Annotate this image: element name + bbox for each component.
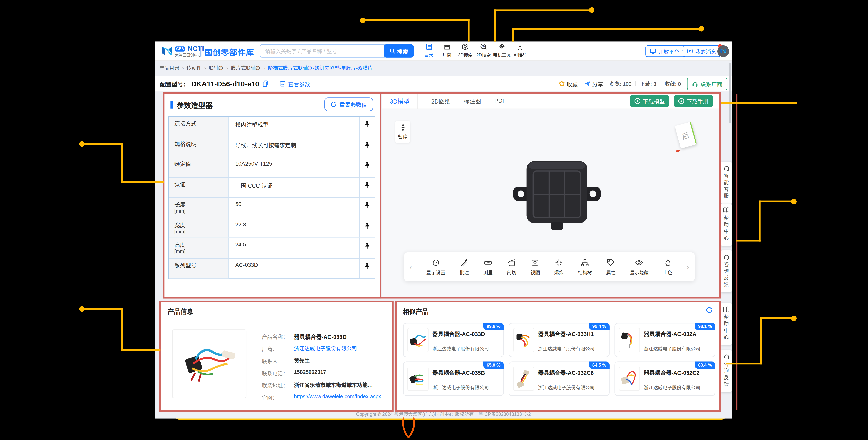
product-photo[interactable] bbox=[172, 329, 247, 398]
param-value[interactable]: AC-033D bbox=[229, 258, 359, 278]
tool-section-cut[interactable]: 剖切 bbox=[507, 259, 516, 275]
product-name-value: 器具耦合器-AC-033D bbox=[294, 332, 346, 341]
tab-pdf[interactable]: PDF bbox=[494, 97, 506, 104]
similar-product-name: 器具耦合器-AC-032C6 bbox=[538, 368, 594, 377]
svg-text:2D: 2D bbox=[482, 45, 485, 48]
breadcrumb-item[interactable]: 联轴器 bbox=[209, 64, 224, 71]
nav-item-ai-recommend[interactable]: A AI推荐 bbox=[511, 43, 529, 58]
side-button-feedback-2[interactable]: 咨询反馈 bbox=[721, 350, 732, 392]
field-label: 官网： bbox=[262, 394, 278, 402]
side-button-smart-service[interactable]: 智能客服 bbox=[721, 162, 732, 204]
tool-annotate[interactable]: 批注 bbox=[460, 259, 469, 275]
download-manual-button[interactable]: 下载手册 bbox=[674, 95, 713, 107]
tool-display-settings[interactable]: 显示设置 bbox=[427, 259, 445, 275]
param-value[interactable]: 50 bbox=[229, 198, 359, 217]
headset-icon bbox=[723, 353, 730, 359]
favorite-button[interactable]: 收藏 bbox=[558, 80, 578, 88]
similar-product-name: 器具耦合器-AC-035B bbox=[432, 368, 485, 377]
tool-colorize[interactable]: 上色 bbox=[663, 259, 672, 275]
search-input[interactable] bbox=[265, 45, 376, 57]
nav-item-3d-search[interactable]: 3D搜索 bbox=[456, 43, 474, 58]
tab-annotated-drawing[interactable]: 标注图 bbox=[464, 97, 481, 105]
download-model-button[interactable]: 下载模型 bbox=[630, 95, 669, 107]
share-button[interactable]: 分享 bbox=[584, 80, 603, 88]
search-icon bbox=[390, 48, 395, 54]
pin-icon[interactable] bbox=[359, 157, 375, 177]
toolbar-prev-icon[interactable]: ‹ bbox=[410, 262, 412, 271]
similar-product-card[interactable]: 64.5 % 器具耦合器-AC-032C6 浙江达威电子股份有限公司 bbox=[509, 362, 610, 396]
headset-icon bbox=[692, 81, 698, 87]
config-model-code: DKA11-D56-d10-e10 bbox=[191, 80, 259, 88]
pin-icon[interactable] bbox=[359, 117, 375, 137]
structure-tree-icon bbox=[581, 259, 589, 267]
similar-product-card[interactable]: 98.1 % 器具耦合器-AC-032A 浙江达威电子股份有限公司 bbox=[614, 323, 715, 357]
tool-show-hide[interactable]: 显示隐藏 bbox=[630, 259, 649, 275]
website-link[interactable]: https://www.daweiele.com/index.aspx bbox=[294, 393, 381, 399]
pin-icon[interactable] bbox=[359, 258, 375, 278]
pin-icon[interactable] bbox=[359, 238, 375, 258]
nav-item-catalog[interactable]: 目录 bbox=[420, 43, 438, 58]
toolbar-next-icon[interactable]: › bbox=[687, 262, 689, 271]
param-row: 规格说明导线、线长可按需求定制 bbox=[169, 137, 375, 157]
pin-icon[interactable] bbox=[359, 137, 375, 157]
param-value[interactable]: 22.3 bbox=[229, 218, 359, 238]
param-value[interactable]: 模内注塑成型 bbox=[229, 117, 359, 137]
viewcube-rear-face[interactable]: 后 bbox=[675, 122, 697, 149]
similar-product-card[interactable]: 63.4 % 器具耦合器-AC-032C2 浙江达威电子股份有限公司 bbox=[614, 362, 715, 396]
nav-item-motor[interactable]: 电机工况 bbox=[493, 43, 511, 58]
footer-copyright: Copyright © 2024 粤港澳大湾区(广东)国创中心 版权所有 粤IC… bbox=[155, 409, 732, 419]
pin-icon[interactable] bbox=[359, 177, 375, 197]
my-messages-button[interactable]: 我的消息 bbox=[683, 46, 721, 57]
pin-icon[interactable] bbox=[359, 198, 375, 217]
param-value[interactable]: 10A250V-T125 bbox=[229, 157, 359, 177]
viewer-canvas[interactable]: 暂停 后 bbox=[382, 109, 720, 297]
user-avatar[interactable] bbox=[717, 46, 729, 57]
pin-icon[interactable] bbox=[359, 218, 375, 238]
nav-item-2d-search[interactable]: 2D 2D搜索 bbox=[474, 43, 493, 58]
pause-control[interactable]: 暂停 bbox=[395, 121, 410, 143]
motor-icon bbox=[498, 43, 505, 50]
search-button[interactable]: 搜索 bbox=[384, 44, 413, 57]
param-value[interactable]: 导线、线长可按需求定制 bbox=[229, 137, 359, 157]
similar-product-card[interactable]: 99.6 % 器具耦合器-AC-033D 浙江达威电子股份有限公司 bbox=[403, 323, 504, 357]
tab-3d-model[interactable]: 3D模型 bbox=[390, 96, 410, 105]
reset-params-button[interactable]: 重置参数值 bbox=[324, 97, 373, 111]
param-row: 宽度[mm]22.3 bbox=[169, 218, 375, 238]
refresh-similar-icon[interactable] bbox=[706, 307, 713, 313]
tool-measure[interactable]: 测量 bbox=[483, 259, 492, 275]
match-badge: 63.4 % bbox=[695, 362, 715, 369]
param-value[interactable]: 中国 CCC 认证 bbox=[229, 177, 359, 197]
viewer-toolbar: ‹ 显示设置 批注 测量 剖切 视图 爆炸 结构树 属性 显示隐藏 上色 › bbox=[404, 253, 695, 281]
tool-explode[interactable]: 爆炸 bbox=[554, 259, 563, 275]
side-button-feedback[interactable]: 咨询反馈 bbox=[721, 250, 732, 292]
side-button-help-center[interactable]: 帮助中心 bbox=[721, 204, 732, 246]
breadcrumb-current[interactable]: 阶梯式膜片式联轴器-螺钉夹紧型-单膜片-双膜片 bbox=[268, 64, 373, 71]
model-3d-render[interactable] bbox=[512, 158, 602, 235]
breadcrumb-item[interactable]: 膜片式联轴器 bbox=[231, 64, 261, 71]
breadcrumb-item[interactable]: 产品目录 bbox=[159, 64, 179, 71]
contact-vendor-button[interactable]: 联系厂商 bbox=[687, 77, 727, 90]
parameter-panel: 参数造型器 重置参数值 连接方式模内注塑成型 规格说明导线、线长可按需求定制 额… bbox=[164, 93, 380, 297]
tab-2d-drawing[interactable]: 2D图纸 bbox=[431, 97, 451, 105]
nav-item-vendors[interactable]: 厂商 bbox=[438, 43, 456, 58]
tool-views[interactable]: 视图 bbox=[531, 259, 540, 275]
side-button-help-center-2[interactable]: 帮助中心 bbox=[721, 303, 732, 345]
param-value[interactable]: 24.5 bbox=[229, 238, 359, 258]
ncti-logo-icon[interactable] bbox=[160, 45, 173, 58]
vendor-link[interactable]: 浙江达威电子股份有限公司 bbox=[294, 344, 357, 352]
breadcrumb-item[interactable]: 传动件 bbox=[186, 64, 202, 71]
show-hide-icon bbox=[635, 259, 643, 267]
catalog-icon bbox=[425, 43, 432, 50]
view-params-link[interactable]: 查看参数 bbox=[280, 80, 310, 88]
param-label: 宽度 bbox=[174, 222, 185, 228]
scrollbar[interactable] bbox=[729, 62, 731, 123]
similar-product-card[interactable]: 65.0 % 器具耦合器-AC-035B 浙江达威电子股份有限公司 bbox=[403, 362, 504, 396]
similar-product-card[interactable]: 99.4 % 器具耦合器-AC-033H1 浙江达威电子股份有限公司 bbox=[509, 323, 610, 357]
tool-structure-tree[interactable]: 结构树 bbox=[578, 259, 592, 275]
tool-properties[interactable]: 属性 bbox=[606, 259, 616, 275]
copy-icon[interactable] bbox=[262, 80, 269, 87]
similar-products-title: 相似产品 bbox=[403, 307, 429, 316]
annotation-fork-mark bbox=[397, 417, 420, 440]
field-label: 厂商： bbox=[262, 345, 278, 353]
product-thumbnail bbox=[619, 328, 640, 352]
